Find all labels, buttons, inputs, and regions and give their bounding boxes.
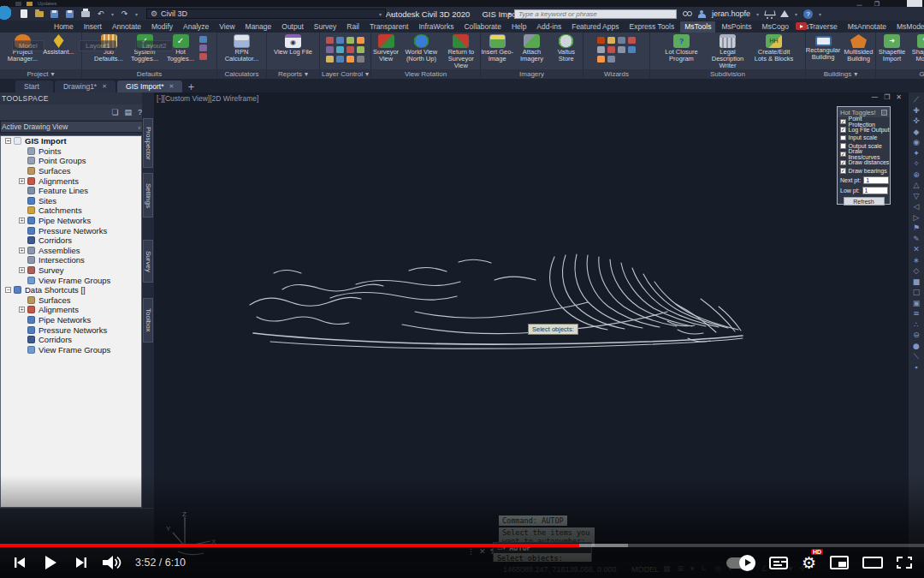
defaults-mini-icon[interactable] [199,45,207,51]
layer-tool-icon[interactable] [326,37,334,44]
close-tab-icon[interactable]: ✕ [102,83,107,90]
point-tool-icon[interactable]: ■ [913,277,921,286]
point-tool-icon[interactable]: ◉ [913,138,920,146]
redo-icon[interactable]: ↷ [120,9,129,19]
shapefile-modify-button[interactable]: ✎ Shapefile Modify [909,33,924,63]
viewport-controls-label[interactable]: [-][Custom View][2D Wireframe] [157,94,258,103]
autodesk-dropdown-icon[interactable]: ▾ [795,11,797,17]
point-tool-icon[interactable]: ∴ [914,320,919,329]
view-selector-dropdown[interactable]: Active Drawing View ∨ [0,121,145,133]
panorama-icon[interactable]: ▤ [124,108,132,116]
theater-mode-button[interactable] [862,557,883,569]
tree-expander-icon[interactable]: + [19,247,25,253]
settings-button[interactable]: ⚙ HD [802,553,816,572]
assistant-button[interactable]: Assistant... [42,33,76,56]
insert-geo-image-button[interactable]: Insert Geo-Image [481,33,513,63]
point-tool-icon[interactable]: ≡ [913,309,920,318]
undo-icon[interactable]: ↶ [96,9,105,19]
help-dropdown-icon[interactable]: ▾ [819,11,821,17]
layout1-tab[interactable]: Layout1 [79,40,116,51]
viewport-close-icon[interactable]: ✕ [896,93,902,101]
ribbon-tab[interactable]: Modify [147,21,177,33]
next-button[interactable] [70,551,92,574]
point-tool-icon[interactable]: ✜ [913,116,920,125]
model-tab[interactable]: Model [12,40,44,51]
ribbon-tab[interactable]: MsAnnotate [844,21,891,33]
layer-tool-icon[interactable] [346,46,354,53]
ribbon-tab[interactable]: MsTools [680,21,715,33]
signed-in-user[interactable]: jeran.hopfe [712,9,750,18]
ribbon-tab[interactable]: InfraWorks [414,21,458,33]
checkbox[interactable]: ✓ [840,152,846,158]
rpn-calculator-button[interactable]: RPN Calculator... [220,33,264,63]
checkbox[interactable]: ✓ [840,160,846,166]
item-view-icon[interactable]: ❏ [111,108,118,116]
layer-tool-icon[interactable] [326,46,334,53]
view-log-file-button[interactable]: ◉ View Log File [271,33,316,56]
save-icon[interactable] [50,9,59,19]
wizard-tool-icon[interactable] [597,37,605,44]
volume-button[interactable] [101,551,123,574]
tree-item[interactable]: + Pipe Networks [1,216,141,226]
wizard-tool-icon[interactable] [628,46,636,53]
drawing-tab[interactable]: Drawing1* ✕ [55,80,116,92]
ribbon-tab[interactable]: Analyze [179,21,213,33]
tree-item[interactable]: Surfaces [1,166,141,176]
point-tool-icon[interactable]: ▷ [914,213,920,222]
refresh-button[interactable]: Refresh [844,197,885,206]
checkbox[interactable]: ✓ [840,127,846,133]
tree-expander-icon[interactable]: + [19,178,25,184]
wizard-tool-icon[interactable] [597,56,605,63]
new-drawing-tab-button[interactable]: + [187,82,194,92]
layer-tool-icon[interactable] [346,37,354,44]
toggle-row[interactable]: ✓ Point Protection [838,117,890,126]
screencast-dropdown-icon[interactable]: ▾ [810,24,813,30]
ribbon-tab[interactable]: MsPoints [717,21,755,33]
point-tool-icon[interactable]: △ [914,181,920,189]
tree-expander-icon[interactable]: − [5,138,11,144]
point-tool-icon[interactable]: ∙ [914,363,919,372]
play-button[interactable] [39,551,62,574]
tree-item[interactable]: Sites [1,196,141,206]
ribbon-tab[interactable]: Transparent [365,21,413,33]
search-collapse-icon[interactable]: ▸ [508,10,512,17]
toolspace-tab[interactable]: Prospector [143,118,153,168]
user-avatar-icon[interactable] [698,10,706,18]
point-tool-icon[interactable]: ⟋ [914,95,919,104]
ribbon-tab[interactable]: Manage [241,21,276,33]
toolspace-tab[interactable]: Survey [143,240,153,283]
point-tool-icon[interactable]: ◇ [914,266,920,275]
tree-item[interactable]: + Assemblies [1,246,141,256]
tree-item[interactable]: Pressure Networks [1,325,141,335]
ribbon-tab[interactable]: Help [507,21,530,33]
wizard-tool-icon[interactable] [607,37,615,44]
point-tool-icon[interactable]: ✕ [913,245,920,253]
drawing-tab[interactable]: Start [15,80,53,92]
ribbon-tab[interactable]: Annotate [108,21,145,33]
rectangular-building-button[interactable]: Rectangular Building [806,33,840,61]
tree-item[interactable]: View Frame Groups [1,344,141,355]
checkbox[interactable] [840,143,846,149]
tree-item[interactable]: Corridors [1,235,141,246]
wizard-tool-icon[interactable] [618,46,625,53]
fullscreen-button[interactable] [897,557,912,569]
help-icon[interactable]: ? [803,9,813,19]
point-tool-icon[interactable]: ⚑ [913,223,920,232]
user-dropdown-icon[interactable]: ▾ [756,11,759,17]
valtus-store-button[interactable]: Valtus Store [550,33,583,63]
checkbox[interactable] [840,135,846,141]
point-tool-icon[interactable]: ✧ [913,159,920,168]
open-file-icon[interactable] [34,9,44,19]
wizard-tool-icon[interactable] [607,56,615,63]
close-tab-icon[interactable]: ✕ [169,83,174,90]
point-tool-icon[interactable]: ▽ [914,192,920,200]
tree-item[interactable]: + Alignments [1,305,141,315]
ribbon-tab[interactable]: Insert [80,21,106,33]
point-tool-icon[interactable]: ∗ [913,256,920,265]
ribbon-tab[interactable]: Express Tools [625,21,678,33]
toolspace-tab[interactable]: Settings [143,173,153,217]
tree-item[interactable]: Surfaces [1,295,141,306]
toggle-row[interactable]: ✓ Draw distances [838,158,890,167]
wizard-tool-icon[interactable] [618,37,625,44]
redo-dropdown-icon[interactable]: ▾ [135,11,138,17]
